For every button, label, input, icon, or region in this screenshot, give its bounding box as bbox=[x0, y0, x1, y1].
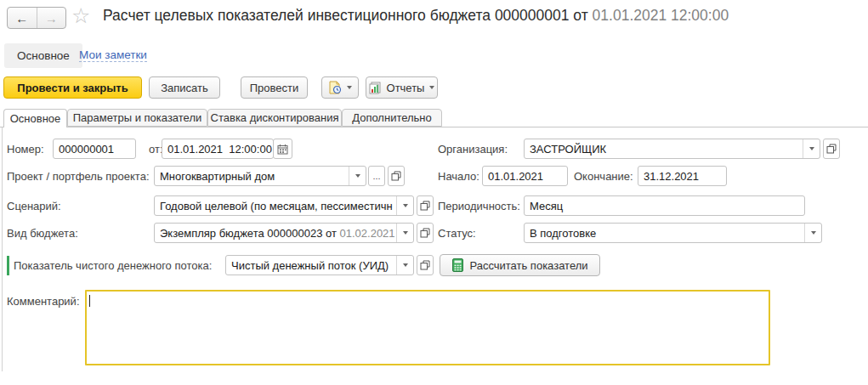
status-dropdown-button[interactable] bbox=[804, 224, 821, 242]
cashflow-label: Показатель чистого денежного потока: bbox=[14, 259, 212, 272]
tabstrip-divider bbox=[0, 127, 868, 127]
organization-dropdown-button[interactable] bbox=[803, 139, 820, 158]
number-label: Номер: bbox=[7, 143, 44, 156]
budget-kind-dropdown-button[interactable] bbox=[396, 224, 413, 242]
start-label: Начало: bbox=[438, 170, 479, 183]
end-label: Окончание: bbox=[574, 170, 633, 183]
scenario-label: Сценарий: bbox=[7, 200, 61, 212]
dropdown-caret-icon bbox=[429, 86, 434, 89]
save-label: Записать bbox=[161, 82, 208, 94]
scenario-field[interactable]: Годовой целевой (по месяцам, пессиместич… bbox=[154, 195, 414, 216]
periodicity-label: Периодичность: bbox=[438, 200, 520, 212]
status-label: Статус: bbox=[438, 227, 476, 240]
dropdown-caret-icon bbox=[809, 147, 814, 150]
dropdown-caret-icon bbox=[811, 231, 816, 235]
post-and-close-button[interactable]: Провести и закрыть bbox=[3, 76, 142, 99]
title-datetime: 01.01.2021 12:00:00 bbox=[593, 7, 729, 24]
open-icon bbox=[420, 201, 430, 211]
status-field[interactable]: В подготовке bbox=[524, 223, 822, 243]
post-button[interactable]: Провести bbox=[241, 76, 308, 99]
page-title: Расчет целевых показателей инвестиционно… bbox=[103, 7, 729, 25]
dropdown-caret-icon bbox=[347, 86, 352, 89]
open-icon bbox=[391, 171, 401, 181]
dropdown-caret-icon bbox=[355, 174, 360, 178]
history-nav-group: ← → bbox=[7, 7, 66, 29]
project-label: Проект / портфель проекта: bbox=[7, 170, 150, 183]
reports-icon bbox=[369, 82, 382, 94]
reports-label: Отчеты bbox=[387, 82, 425, 94]
forward-arrow-icon: → bbox=[45, 11, 58, 25]
budget-kind-date: 01.02.2021 bbox=[337, 227, 395, 240]
tab-additional[interactable]: Дополнительно bbox=[342, 109, 442, 127]
create-based-on-button[interactable] bbox=[321, 76, 359, 99]
scenario-open-button[interactable] bbox=[417, 195, 434, 216]
dropdown-caret-icon bbox=[403, 231, 408, 235]
calendar-button[interactable] bbox=[273, 139, 292, 159]
required-field-marker bbox=[7, 256, 9, 275]
calculate-indicators-button[interactable]: Рассчитать показатели bbox=[440, 254, 600, 276]
open-icon bbox=[420, 228, 430, 238]
my-notes-link[interactable]: Мои заметки bbox=[79, 48, 147, 62]
tab-params-indicators[interactable]: Параметры и показатели bbox=[67, 109, 207, 127]
budget-kind-label: Вид бюджета: bbox=[7, 227, 78, 240]
project-open-button[interactable] bbox=[388, 166, 405, 186]
dropdown-caret-icon bbox=[403, 204, 408, 207]
start-date-field[interactable]: 01.01.2021 bbox=[482, 166, 568, 186]
organization-field[interactable]: ЗАСТРОЙЩИК bbox=[524, 139, 820, 159]
end-date-field[interactable]: 31.12.2021 bbox=[638, 166, 727, 186]
project-field[interactable]: Многоквартирный дом bbox=[154, 166, 366, 186]
reports-button[interactable]: Отчеты bbox=[366, 76, 438, 99]
calculator-icon bbox=[451, 258, 464, 272]
organization-label: Организация: bbox=[438, 143, 508, 156]
periodicity-field[interactable]: Месяц bbox=[524, 195, 805, 216]
tab-discount-rate[interactable]: Ставка дисконтирования bbox=[207, 109, 342, 127]
budget-kind-field[interactable]: Экземпляр бюджета 000000023 от 01.02.202… bbox=[154, 223, 414, 243]
content-left-border bbox=[2, 127, 3, 371]
date-field[interactable]: 01.01.2021 12:00:00 bbox=[162, 139, 274, 159]
open-icon bbox=[420, 260, 430, 270]
text-cursor bbox=[89, 295, 90, 307]
post-and-close-label: Провести и закрыть bbox=[17, 82, 128, 94]
tab-main[interactable]: Основное bbox=[3, 109, 67, 127]
nav-tab-main[interactable]: Основное bbox=[4, 43, 82, 68]
document-form-window: ← → ☆ Расчет целевых показателей инвести… bbox=[0, 0, 868, 385]
document-clock-icon bbox=[328, 81, 342, 94]
back-button[interactable]: ← bbox=[8, 8, 37, 28]
comment-label: Комментарий: bbox=[7, 295, 80, 308]
calculate-indicators-label: Рассчитать показатели bbox=[469, 259, 587, 272]
scenario-dropdown-button[interactable] bbox=[396, 196, 413, 215]
dropdown-caret-icon bbox=[403, 263, 408, 267]
organization-open-button[interactable] bbox=[823, 139, 840, 159]
cashflow-field[interactable]: Чистый денежный поток (УИД) bbox=[225, 255, 414, 275]
calendar-icon bbox=[277, 144, 288, 155]
budget-kind-open-button[interactable] bbox=[417, 223, 434, 243]
number-field[interactable]: 000000001 bbox=[53, 139, 136, 159]
ellipsis-icon: ... bbox=[372, 171, 380, 181]
post-label: Провести bbox=[250, 82, 299, 94]
project-dropdown-button[interactable] bbox=[349, 167, 366, 185]
comment-textarea[interactable] bbox=[85, 290, 770, 365]
project-ellipsis-button[interactable]: ... bbox=[368, 166, 385, 186]
save-button[interactable]: Записать bbox=[149, 76, 220, 99]
open-icon bbox=[826, 144, 837, 154]
cashflow-dropdown-button[interactable] bbox=[396, 256, 413, 275]
forward-button[interactable]: → bbox=[37, 8, 66, 28]
favorite-star-icon[interactable]: ☆ bbox=[71, 3, 90, 27]
back-arrow-icon: ← bbox=[15, 11, 28, 25]
cashflow-open-button[interactable] bbox=[417, 255, 434, 275]
